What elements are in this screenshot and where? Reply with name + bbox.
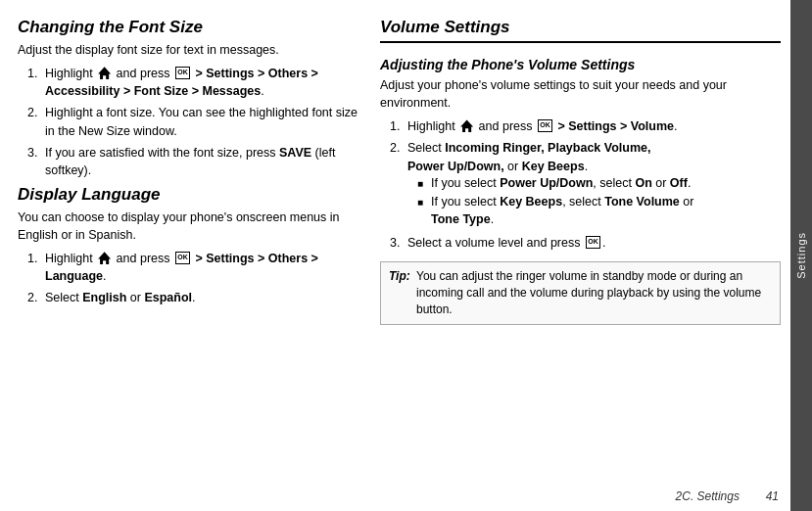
list-item: 2. Select English or Español.	[27, 289, 360, 306]
left-column: Changing the Font Size Adjust the displa…	[18, 18, 380, 511]
highlight-label: Highlight	[45, 252, 96, 265]
list-number: 3.	[27, 144, 45, 179]
menu-icon: OK	[586, 236, 600, 249]
key-beeps: Key Beeps	[500, 195, 562, 209]
list-text: Highlight a font size. You can see the h…	[45, 104, 360, 139]
keybeeps-label: Key Beeps	[522, 160, 585, 173]
power-updown: Power Up/Down	[500, 176, 593, 190]
and-press: and press	[117, 67, 173, 80]
footer-text: 2C. Settings 41	[676, 489, 779, 503]
sub-bullet-text: If you select Power Up/Down, select On o…	[431, 175, 691, 193]
english-label: English	[82, 291, 126, 304]
volume-list: 1. Highlight and press OK > Settings > V…	[390, 117, 781, 252]
sidebar-label: Settings	[795, 232, 807, 279]
list-number: 2.	[390, 139, 407, 230]
sub-bullet: ■ If you select Key Beeps, select Tone V…	[417, 194, 781, 228]
tone-volume: Tone Volume	[604, 195, 680, 209]
list-number: 2.	[27, 289, 45, 306]
list-item: 1. Highlight and press OK > Settings > V…	[390, 117, 781, 135]
section-title-font-size: Changing the Font Size	[18, 18, 360, 37]
list-number: 2.	[27, 104, 45, 139]
footer-page: 41	[766, 489, 779, 503]
display-language-body: You can choose to display your phone's o…	[18, 209, 360, 244]
highlight-label: Highlight	[45, 67, 96, 80]
list-text: Select a volume level and press OK.	[407, 234, 781, 252]
menu-path: > Settings > Volume	[557, 119, 674, 133]
list-text: Highlight and press OK > Settings > Volu…	[407, 117, 781, 135]
and-press: and press	[117, 252, 173, 265]
sub-bullet-text: If you select Key Beeps, select Tone Vol…	[431, 194, 693, 228]
font-size-body: Adjust the display font size for text in…	[18, 41, 360, 59]
list-item: 3. If you are satisfied with the font si…	[27, 144, 360, 179]
list-text: Select English or Español.	[45, 289, 360, 306]
sidebar: Settings	[790, 0, 812, 511]
on-label: On	[635, 176, 651, 190]
list-item: 2. Select Incoming Ringer, Playback Volu…	[390, 139, 781, 230]
home-icon	[460, 119, 473, 132]
list-number: 1.	[27, 65, 45, 100]
menu-icon: OK	[175, 67, 190, 79]
espanol-label: Español	[144, 291, 192, 304]
section-title-display-language: Display Language	[18, 185, 360, 205]
tip-label: Tip:	[389, 268, 416, 317]
list-text: If you are satisfied with the font size,…	[45, 144, 360, 179]
volume-body: Adjust your phone's volume settings to s…	[380, 76, 781, 112]
list-item: 2. Highlight a font size. You can see th…	[27, 104, 360, 139]
menu-icon: OK	[175, 252, 190, 264]
sub-bullet: ■ If you select Power Up/Down, select On…	[417, 175, 781, 193]
list-item: 1. Highlight and press OK > Settings > O…	[27, 250, 360, 285]
bullet-marker: ■	[417, 177, 431, 193]
save-label: SAVE	[279, 146, 311, 160]
list-number: 1.	[27, 250, 45, 285]
list-text: Select Incoming Ringer, Playback Volume,…	[407, 139, 781, 230]
section-subtitle-volume: Adjusting the Phone's Volume Settings	[380, 57, 781, 72]
list-number: 3.	[390, 234, 407, 252]
font-size-list: 1. Highlight and press OK > Settings > O…	[27, 65, 360, 179]
home-icon	[98, 252, 111, 264]
tone-type: Tone Type	[431, 212, 491, 226]
highlight-label: Highlight	[407, 119, 458, 133]
home-icon	[98, 67, 111, 79]
right-column: Volume Settings Adjusting the Phone's Vo…	[380, 18, 790, 511]
bullet-marker: ■	[417, 196, 431, 228]
divider	[380, 41, 781, 43]
list-text: Highlight and press OK > Settings > Othe…	[45, 65, 360, 100]
list-number: 1.	[390, 117, 407, 135]
list-text: Highlight and press OK > Settings > Othe…	[45, 250, 360, 285]
off-label: Off	[670, 176, 688, 190]
and-press: and press	[479, 119, 536, 133]
list-item: 1. Highlight and press OK > Settings > O…	[27, 65, 360, 100]
tip-box: Tip: You can adjust the ringer volume in…	[380, 261, 781, 324]
display-language-list: 1. Highlight and press OK > Settings > O…	[27, 250, 360, 306]
section-title-volume: Volume Settings	[380, 18, 781, 37]
list-item: 3. Select a volume level and press OK.	[390, 234, 781, 252]
tip-text: You can adjust the ringer volume in stan…	[416, 268, 772, 317]
footer-section: 2C. Settings	[676, 489, 740, 503]
footer: 2C. Settings 41	[0, 489, 790, 503]
menu-icon: OK	[538, 119, 552, 132]
